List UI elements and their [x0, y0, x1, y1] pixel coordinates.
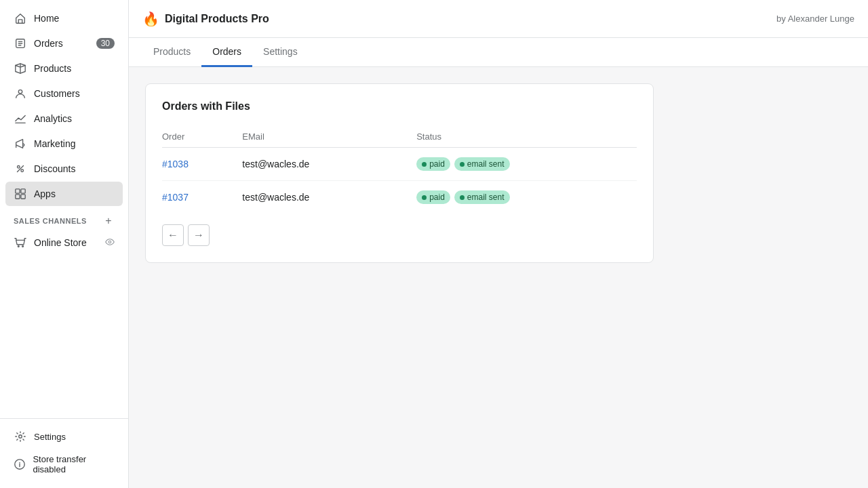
table-header: Order EMail Status — [162, 126, 637, 148]
svg-point-2 — [18, 166, 20, 169]
svg-rect-4 — [16, 189, 20, 193]
svg-rect-6 — [16, 195, 20, 199]
sidebar-item-apps[interactable]: Apps — [5, 182, 123, 206]
orders-badge: 30 — [96, 38, 115, 49]
svg-rect-5 — [21, 189, 25, 193]
store-transfer-label: Store transfer disabled — [33, 454, 115, 474]
sidebar-item-customers[interactable]: Customers — [5, 81, 123, 106]
badge-paid-1: paid — [416, 157, 450, 171]
settings-label: Settings — [34, 432, 66, 442]
prev-page-button[interactable]: ← — [162, 224, 184, 246]
add-sales-channel-button[interactable]: + — [102, 215, 115, 227]
order-link-1037[interactable]: #1037 — [162, 192, 189, 203]
order-status-1: paid email sent — [408, 148, 637, 181]
email-dot-1 — [460, 162, 465, 167]
sidebar-item-apps-label: Apps — [34, 188, 56, 199]
order-email-1: test@wacles.de — [234, 148, 408, 181]
order-number-2: #1037 — [162, 181, 234, 214]
sidebar-item-online-store-label: Online Store — [34, 237, 87, 248]
col-status: Status — [408, 126, 637, 148]
card-title: Orders with Files — [162, 100, 637, 113]
sidebar-item-orders[interactable]: Orders 30 — [5, 31, 123, 56]
email-dot-2 — [460, 195, 465, 200]
paid-dot-2 — [422, 195, 427, 200]
sidebar-item-home-label: Home — [34, 13, 59, 24]
app-title-area: 🔥 Digital Products Pro — [142, 11, 269, 27]
app-title-text: Digital Products Pro — [165, 13, 269, 25]
orders-table: Order EMail Status #1038 test@wacles.de — [162, 126, 637, 214]
svg-point-8 — [18, 246, 19, 247]
eye-icon — [105, 237, 115, 249]
apps-icon — [14, 187, 27, 201]
order-status-2: paid email sent — [408, 181, 637, 214]
orders-icon — [14, 37, 27, 50]
order-email-2: test@wacles.de — [234, 181, 408, 214]
table-body: #1038 test@wacles.de paid — [162, 148, 637, 214]
sidebar-item-products[interactable]: Products — [5, 56, 123, 81]
paid-dot-1 — [422, 162, 427, 167]
orders-card: Orders with Files Order EMail Status #10… — [145, 83, 654, 263]
tab-settings[interactable]: Settings — [252, 38, 309, 67]
settings-icon — [14, 430, 27, 443]
marketing-icon — [14, 137, 27, 150]
svg-point-3 — [21, 169, 24, 172]
sales-channels-section: SALES CHANNELS + — [0, 207, 128, 230]
main-area: 🔥 Digital Products Pro by Alexander Lung… — [129, 0, 868, 488]
app-by: by Alexander Lunge — [776, 14, 854, 24]
content-area: Orders with Files Order EMail Status #10… — [129, 67, 868, 488]
col-order: Order — [162, 126, 234, 148]
sidebar-item-customers-label: Customers — [34, 88, 80, 99]
svg-point-9 — [22, 246, 24, 247]
info-icon — [14, 458, 26, 471]
badge-email-2: email sent — [454, 190, 510, 204]
tabs-bar: Products Orders Settings — [129, 38, 868, 67]
badge-row-2: paid email sent — [416, 190, 629, 204]
analytics-icon — [14, 112, 27, 125]
sidebar-nav: Home Orders 30 Products Customers — [0, 0, 128, 418]
col-email: EMail — [234, 126, 408, 148]
discounts-icon — [14, 162, 27, 176]
app-emoji: 🔥 — [142, 11, 159, 27]
sidebar-item-orders-label: Orders — [34, 38, 63, 49]
sidebar-item-analytics-label: Analytics — [34, 113, 72, 124]
sidebar-item-marketing[interactable]: Marketing — [5, 131, 123, 156]
customers-icon — [14, 87, 27, 100]
sidebar-item-discounts-label: Discounts — [34, 163, 75, 174]
tab-products[interactable]: Products — [142, 38, 201, 67]
sidebar-item-marketing-label: Marketing — [34, 138, 75, 149]
sidebar-item-home[interactable]: Home — [5, 6, 123, 30]
tab-orders[interactable]: Orders — [201, 38, 252, 67]
order-link-1038[interactable]: #1038 — [162, 159, 189, 169]
order-number-1: #1038 — [162, 148, 234, 181]
sidebar-item-products-label: Products — [34, 63, 71, 74]
badge-email-1: email sent — [454, 157, 510, 171]
table-row: #1037 test@wacles.de paid — [162, 181, 637, 214]
store-transfer-item[interactable]: Store transfer disabled — [5, 449, 123, 480]
svg-rect-7 — [21, 195, 25, 199]
svg-point-1 — [18, 90, 22, 94]
next-page-button[interactable]: → — [188, 224, 210, 246]
home-icon — [14, 12, 27, 25]
table-row: #1038 test@wacles.de paid — [162, 148, 637, 181]
sidebar-item-analytics[interactable]: Analytics — [5, 106, 123, 131]
store-icon — [14, 236, 27, 249]
sidebar-item-discounts[interactable]: Discounts — [5, 157, 123, 181]
sidebar: Home Orders 30 Products Customers — [0, 0, 129, 488]
sidebar-bottom: Settings Store transfer disabled — [0, 418, 128, 488]
svg-point-11 — [19, 435, 22, 439]
settings-item[interactable]: Settings — [5, 424, 123, 449]
app-title: 🔥 Digital Products Pro — [142, 11, 269, 27]
svg-point-10 — [108, 241, 111, 243]
app-header: 🔥 Digital Products Pro by Alexander Lung… — [129, 0, 868, 38]
sidebar-item-online-store[interactable]: Online Store — [5, 230, 123, 255]
pagination: ← → — [162, 224, 637, 246]
badge-row-1: paid email sent — [416, 157, 629, 171]
badge-paid-2: paid — [416, 190, 450, 204]
products-icon — [14, 62, 27, 75]
